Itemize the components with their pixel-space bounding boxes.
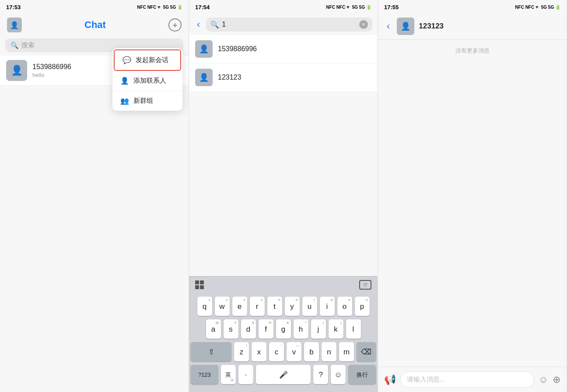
- dropdown-menu: 💬 发起新会话 👤 添加联系人 👥 新群组: [112, 48, 182, 111]
- header-right: ＋: [168, 18, 182, 32]
- chat-header: 👤 Chat ＋: [0, 14, 189, 37]
- user-avatar[interactable]: 👤: [7, 18, 22, 32]
- new-group-label: 新群组: [133, 97, 153, 105]
- panel-chat-list: 17:53 NFC NFC ᯤ 5G 5G 🔋 👤 Chat ＋ 🔍 搜索 👤 …: [0, 0, 189, 392]
- keyboard-row-1: 1q 2w 3e 4r 5t 6y 7u 8i 9o 0p: [189, 293, 378, 316]
- key-c[interactable]: ~c: [269, 342, 284, 361]
- key-question[interactable]: ?: [313, 365, 328, 384]
- time-2: 17:54: [195, 4, 210, 10]
- panel-conversation: 17:55 NFC NFC ᯤ 5G 5G 🔋 ‹ 👤 123123 没有更多消…: [378, 0, 567, 392]
- key-shift[interactable]: ⇧: [191, 342, 231, 361]
- key-y[interactable]: 6y: [285, 297, 300, 316]
- key-u[interactable]: 7u: [302, 297, 317, 316]
- add-button[interactable]: ＋: [168, 18, 182, 32]
- key-d[interactable]: $d: [241, 319, 256, 339]
- microphone-icon: 🎤: [279, 371, 288, 379]
- key-lang[interactable]: 英中: [221, 365, 236, 384]
- contact-avatar: 👤: [6, 60, 27, 81]
- search-result-item[interactable]: 👤 1539886996: [189, 35, 378, 63]
- key-o[interactable]: 9o: [337, 297, 352, 316]
- search-results: 👤 1539886996 👤 123123: [189, 35, 378, 92]
- key-num[interactable]: ?123: [191, 365, 218, 384]
- key-a[interactable]: @a: [206, 319, 221, 339]
- key-v[interactable]: —v: [287, 342, 301, 361]
- key-s[interactable]: #s: [224, 319, 238, 339]
- key-f[interactable]: %f: [259, 319, 273, 339]
- key-p[interactable]: 0p: [355, 297, 370, 316]
- key-i[interactable]: 8i: [320, 297, 335, 316]
- conversation-title: 123123: [419, 22, 444, 31]
- no-more-message: 没有更多消息: [378, 40, 567, 62]
- new-group-icon: 👥: [120, 97, 129, 105]
- chat-title: Chat: [84, 19, 106, 31]
- keyboard-grid-icon[interactable]: [195, 280, 204, 289]
- header-left: 👤: [7, 18, 22, 32]
- key-return[interactable]: 换行: [348, 365, 376, 384]
- attach-icon[interactable]: ⊕: [553, 374, 560, 385]
- key-n[interactable]: n: [322, 342, 336, 361]
- keyboard-hide-icon: ▽: [364, 282, 367, 288]
- search-input[interactable]: 1: [222, 21, 357, 28]
- keyboard-row-2: @a #s $d %f &g *h (j )k -l: [189, 319, 378, 339]
- add-contact-icon: 👤: [120, 77, 129, 85]
- key-b[interactable]: b: [304, 342, 319, 361]
- key-period[interactable]: ·: [238, 365, 253, 384]
- key-w[interactable]: 2w: [215, 297, 230, 316]
- dropdown-add-contact[interactable]: 👤 添加联系人: [112, 71, 182, 91]
- search-header: ‹ 🔍 1 ×: [189, 14, 378, 35]
- keyboard: 1q 2w 3e 4r 5t 6y 7u 8i 9o 0p @a #s $d %…: [189, 293, 378, 392]
- status-bar-1: 17:53 NFC NFC ᯤ 5G 5G 🔋: [0, 0, 189, 14]
- key-emoji[interactable]: ☺: [331, 365, 346, 384]
- search-icon: 🔍: [10, 42, 19, 49]
- time-3: 17:55: [384, 4, 399, 10]
- key-m[interactable]: m: [339, 342, 354, 361]
- key-e[interactable]: 3e: [232, 297, 247, 316]
- status-icons-1: NFC NFC ᯤ 5G 5G 🔋: [137, 5, 182, 10]
- status-icons-3: NFC NFC ᯤ 5G 5G 🔋: [515, 5, 560, 10]
- dropdown-new-chat[interactable]: 💬 发起新会话: [114, 49, 181, 71]
- key-q[interactable]: 1q: [197, 297, 212, 316]
- search-spacer: [189, 92, 378, 276]
- result-name-1: 1539886996: [218, 45, 257, 53]
- status-bar-3: 17:55 NFC NFC ᯤ 5G 5G 🔋: [378, 0, 567, 14]
- search-icon-2: 🔍: [210, 21, 219, 29]
- search-placeholder: 搜索: [21, 41, 35, 49]
- status-icons-2: NFC NFC ᯤ 5G 5G 🔋: [326, 5, 371, 10]
- conversation-header: ‹ 👤 123123: [378, 14, 567, 40]
- back-button-conv[interactable]: ‹: [384, 20, 392, 33]
- key-t[interactable]: 5t: [267, 297, 282, 316]
- message-input[interactable]: 请输入消息...: [400, 371, 534, 388]
- new-chat-label: 发起新会话: [136, 56, 168, 64]
- conv-avatar: 👤: [397, 18, 414, 35]
- key-l[interactable]: -l: [346, 319, 361, 339]
- key-delete[interactable]: ⌫: [357, 342, 376, 361]
- dropdown-new-group[interactable]: 👥 新群组: [112, 91, 182, 111]
- key-h[interactable]: *h: [294, 319, 308, 339]
- keyboard-row-3: ⇧ /z ·x ~c —v b n m ⌫: [189, 342, 378, 361]
- key-z[interactable]: /z: [234, 342, 249, 361]
- key-j[interactable]: (j: [311, 319, 326, 339]
- key-r[interactable]: 4r: [250, 297, 265, 316]
- voice-icon[interactable]: 📢: [384, 374, 396, 385]
- input-bar: 📢 请输入消息... ☺ ⊕: [378, 367, 567, 392]
- result-avatar-1: 👤: [195, 40, 213, 58]
- search-result-item-2[interactable]: 👤 123123: [189, 63, 378, 92]
- keyboard-hide-button[interactable]: ▽: [359, 280, 371, 290]
- keyboard-row-4: ?123 英中 · 🎤 ? ☺ 换行: [189, 365, 378, 388]
- result-avatar-2: 👤: [195, 69, 213, 86]
- key-g[interactable]: &g: [276, 319, 291, 339]
- emoji-icon[interactable]: ☺: [539, 374, 548, 385]
- add-contact-label: 添加联系人: [133, 77, 166, 85]
- search-input-container[interactable]: 🔍 1 ×: [206, 18, 372, 32]
- clear-search-button[interactable]: ×: [359, 20, 368, 29]
- key-space[interactable]: 🎤: [256, 365, 311, 384]
- key-k[interactable]: )k: [329, 319, 343, 339]
- key-x[interactable]: ·x: [252, 342, 266, 361]
- panel-search: 17:54 NFC NFC ᯤ 5G 5G 🔋 ‹ 🔍 1 × 👤 153988…: [189, 0, 378, 392]
- status-bar-2: 17:54 NFC NFC ᯤ 5G 5G 🔋: [189, 0, 378, 14]
- new-chat-icon: 💬: [122, 56, 131, 64]
- time-1: 17:53: [6, 4, 21, 10]
- result-name-2: 123123: [218, 74, 241, 81]
- back-button[interactable]: ‹: [194, 18, 203, 31]
- conversation-body: [378, 62, 567, 367]
